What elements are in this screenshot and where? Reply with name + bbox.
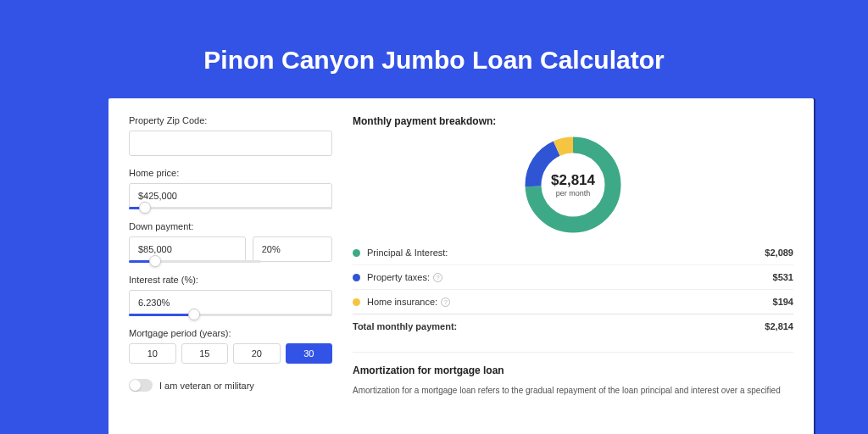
total-label: Total monthly payment: xyxy=(353,321,765,331)
donut-center-sub: per month xyxy=(556,189,591,198)
legend-label: Home insurance: xyxy=(367,297,437,307)
down-payment-slider[interactable] xyxy=(129,260,261,263)
legend-row-total: Total monthly payment: $2,814 xyxy=(353,314,793,338)
mortgage-period-label: Mortgage period (years): xyxy=(129,328,332,338)
interest-rate-input[interactable] xyxy=(129,290,332,315)
legend-label: Property taxes: xyxy=(367,272,430,282)
down-payment-percent-input[interactable] xyxy=(253,236,332,262)
dot-icon xyxy=(353,274,360,281)
inputs-panel: Property Zip Code: Home price: Down paym… xyxy=(129,115,332,397)
mortgage-period-field: Mortgage period (years): 10152030 xyxy=(129,328,332,364)
toggle-knob-icon xyxy=(130,380,141,391)
amortization-text: Amortization for a mortgage loan refers … xyxy=(353,385,793,397)
interest-rate-label: Interest rate (%): xyxy=(129,275,332,285)
period-button-20[interactable]: 20 xyxy=(233,343,281,364)
legend-row-home-insurance: Home insurance: ? $194 xyxy=(353,289,793,314)
period-button-10[interactable]: 10 xyxy=(129,343,176,364)
dot-icon xyxy=(353,249,360,257)
down-payment-field: Down payment: xyxy=(129,221,332,263)
home-price-input[interactable] xyxy=(129,183,332,209)
legend-value: $531 xyxy=(773,272,793,282)
legend-row-property-taxes: Property taxes: ? $531 xyxy=(353,264,793,289)
down-payment-label: Down payment: xyxy=(129,221,332,231)
period-button-15[interactable]: 15 xyxy=(181,343,229,364)
zip-field: Property Zip Code: xyxy=(129,115,332,156)
interest-rate-field: Interest rate (%): xyxy=(129,275,332,316)
amortization-section: Amortization for mortgage loan Amortizat… xyxy=(353,352,793,397)
page-title: Pinon Canyon Jumbo Loan Calculator xyxy=(0,46,868,75)
info-icon[interactable]: ? xyxy=(433,273,442,282)
info-icon[interactable]: ? xyxy=(441,298,450,307)
legend-value: $194 xyxy=(773,297,793,307)
breakdown-title: Monthly payment breakdown: xyxy=(353,115,793,127)
home-price-label: Home price: xyxy=(129,168,332,178)
dot-icon xyxy=(353,298,360,306)
legend-value: $2,089 xyxy=(765,248,793,258)
breakdown-panel: Monthly payment breakdown: $2,814 per mo… xyxy=(353,115,793,397)
period-button-30[interactable]: 30 xyxy=(286,343,333,364)
total-value: $2,814 xyxy=(765,321,793,331)
zip-label: Property Zip Code: xyxy=(129,115,332,125)
legend-label: Principal & Interest: xyxy=(367,248,765,258)
home-price-field: Home price: xyxy=(129,168,332,209)
home-price-slider[interactable] xyxy=(129,207,332,209)
calculator-card: Property Zip Code: Home price: Down paym… xyxy=(108,98,814,434)
veteran-label: I am veteran or military xyxy=(159,381,254,391)
down-payment-amount-input[interactable] xyxy=(129,236,246,262)
veteran-row: I am veteran or military xyxy=(129,379,332,392)
zip-input[interactable] xyxy=(129,131,332,156)
interest-rate-slider[interactable] xyxy=(129,314,332,316)
legend-row-principal-interest: Principal & Interest: $2,089 xyxy=(353,241,793,264)
donut-center-amount: $2,814 xyxy=(551,172,595,189)
amortization-title: Amortization for mortgage loan xyxy=(353,364,793,376)
payment-donut-chart: $2,814 per month xyxy=(522,134,624,236)
veteran-toggle[interactable] xyxy=(129,379,153,392)
